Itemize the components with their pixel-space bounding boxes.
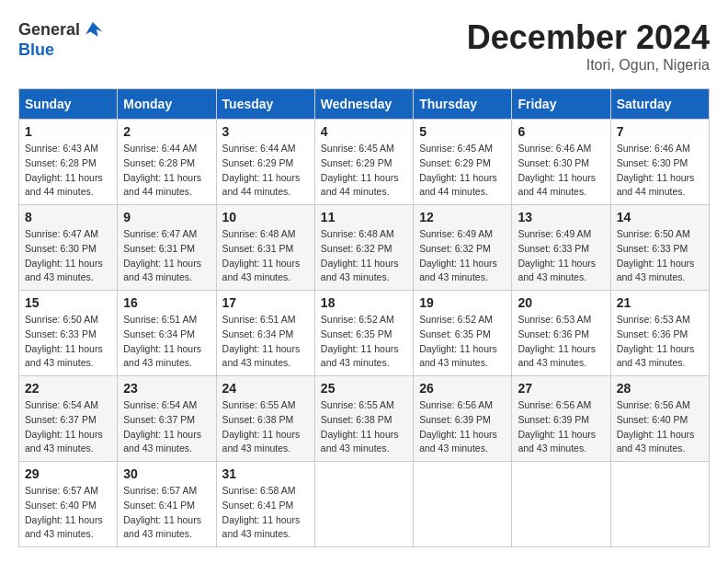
table-row: 15 Sunrise: 6:50 AM Sunset: 6:33 PM Dayl… xyxy=(19,291,118,376)
table-row: 5 Sunrise: 6:45 AM Sunset: 6:29 PM Dayli… xyxy=(414,120,512,205)
page-header: General Blue December 2024 Itori, Ogun, … xyxy=(18,18,710,74)
table-row: 17 Sunrise: 6:51 AM Sunset: 6:34 PM Dayl… xyxy=(216,291,314,376)
day-number: 15 xyxy=(25,295,111,310)
day-number: 13 xyxy=(518,210,604,224)
table-row: 6 Sunrise: 6:46 AM Sunset: 6:30 PM Dayli… xyxy=(512,120,610,205)
col-monday: Monday xyxy=(118,89,216,120)
table-row: 30 Sunrise: 6:57 AM Sunset: 6:41 PM Dayl… xyxy=(118,462,216,547)
day-number: 4 xyxy=(321,124,407,139)
day-number: 22 xyxy=(25,381,111,396)
day-number: 6 xyxy=(518,124,604,139)
table-row: 29 Sunrise: 6:57 AM Sunset: 6:40 PM Dayl… xyxy=(19,462,118,547)
day-info: Sunrise: 6:54 AM Sunset: 6:37 PM Dayligh… xyxy=(123,398,210,456)
calendar-row: 1 Sunrise: 6:43 AM Sunset: 6:28 PM Dayli… xyxy=(19,120,710,205)
day-info: Sunrise: 6:49 AM Sunset: 6:33 PM Dayligh… xyxy=(518,227,604,285)
calendar-row: 29 Sunrise: 6:57 AM Sunset: 6:40 PM Dayl… xyxy=(19,462,710,547)
day-info: Sunrise: 6:48 AM Sunset: 6:32 PM Dayligh… xyxy=(321,227,407,285)
table-row: 24 Sunrise: 6:55 AM Sunset: 6:38 PM Dayl… xyxy=(216,376,314,462)
day-number: 23 xyxy=(123,381,210,396)
day-number: 27 xyxy=(518,381,604,396)
day-number: 17 xyxy=(222,295,309,310)
day-info: Sunrise: 6:49 AM Sunset: 6:32 PM Dayligh… xyxy=(419,227,506,285)
day-info: Sunrise: 6:46 AM Sunset: 6:30 PM Dayligh… xyxy=(518,142,604,200)
table-row: 3 Sunrise: 6:44 AM Sunset: 6:29 PM Dayli… xyxy=(216,120,314,205)
month-title: December 2024 xyxy=(467,18,710,57)
table-row: 22 Sunrise: 6:54 AM Sunset: 6:37 PM Dayl… xyxy=(19,376,118,462)
table-row xyxy=(512,462,610,547)
day-number: 28 xyxy=(617,381,703,396)
day-number: 14 xyxy=(617,210,703,224)
day-info: Sunrise: 6:57 AM Sunset: 6:41 PM Dayligh… xyxy=(123,484,210,542)
logo: General Blue xyxy=(18,18,104,60)
day-info: Sunrise: 6:53 AM Sunset: 6:36 PM Dayligh… xyxy=(518,313,604,371)
day-info: Sunrise: 6:56 AM Sunset: 6:39 PM Dayligh… xyxy=(419,398,506,456)
table-row: 25 Sunrise: 6:55 AM Sunset: 6:38 PM Dayl… xyxy=(314,376,413,462)
table-row: 1 Sunrise: 6:43 AM Sunset: 6:28 PM Dayli… xyxy=(19,120,118,205)
logo-blue-text: Blue xyxy=(18,40,54,60)
day-number: 16 xyxy=(123,295,210,310)
table-row: 14 Sunrise: 6:50 AM Sunset: 6:33 PM Dayl… xyxy=(610,205,709,291)
table-row: 20 Sunrise: 6:53 AM Sunset: 6:36 PM Dayl… xyxy=(512,291,610,376)
col-tuesday: Tuesday xyxy=(216,89,314,120)
day-number: 19 xyxy=(419,295,506,310)
table-row: 8 Sunrise: 6:47 AM Sunset: 6:30 PM Dayli… xyxy=(19,205,118,291)
day-number: 1 xyxy=(25,124,111,139)
table-row: 7 Sunrise: 6:46 AM Sunset: 6:30 PM Dayli… xyxy=(610,120,709,205)
day-info: Sunrise: 6:56 AM Sunset: 6:40 PM Dayligh… xyxy=(617,398,703,456)
svg-marker-0 xyxy=(85,22,102,37)
day-number: 7 xyxy=(617,124,703,139)
day-info: Sunrise: 6:57 AM Sunset: 6:40 PM Dayligh… xyxy=(25,484,111,542)
day-info: Sunrise: 6:52 AM Sunset: 6:35 PM Dayligh… xyxy=(321,313,407,371)
table-row: 27 Sunrise: 6:56 AM Sunset: 6:39 PM Dayl… xyxy=(512,376,610,462)
day-number: 9 xyxy=(123,210,210,224)
logo-general-text: General xyxy=(18,20,80,40)
day-number: 30 xyxy=(123,466,210,481)
table-row: 2 Sunrise: 6:44 AM Sunset: 6:28 PM Dayli… xyxy=(118,120,216,205)
day-number: 26 xyxy=(419,381,506,396)
day-info: Sunrise: 6:43 AM Sunset: 6:28 PM Dayligh… xyxy=(25,142,111,200)
day-info: Sunrise: 6:55 AM Sunset: 6:38 PM Dayligh… xyxy=(222,398,309,456)
day-number: 3 xyxy=(222,124,309,139)
day-info: Sunrise: 6:44 AM Sunset: 6:28 PM Dayligh… xyxy=(123,142,210,200)
day-info: Sunrise: 6:53 AM Sunset: 6:36 PM Dayligh… xyxy=(617,313,703,371)
day-number: 24 xyxy=(222,381,309,396)
day-info: Sunrise: 6:46 AM Sunset: 6:30 PM Dayligh… xyxy=(617,142,703,200)
table-row: 28 Sunrise: 6:56 AM Sunset: 6:40 PM Dayl… xyxy=(610,376,709,462)
day-info: Sunrise: 6:44 AM Sunset: 6:29 PM Dayligh… xyxy=(222,142,309,200)
day-info: Sunrise: 6:47 AM Sunset: 6:31 PM Dayligh… xyxy=(123,227,210,285)
day-info: Sunrise: 6:50 AM Sunset: 6:33 PM Dayligh… xyxy=(617,227,703,285)
table-row: 31 Sunrise: 6:58 AM Sunset: 6:41 PM Dayl… xyxy=(216,462,314,547)
table-row: 11 Sunrise: 6:48 AM Sunset: 6:32 PM Dayl… xyxy=(314,205,413,291)
day-info: Sunrise: 6:52 AM Sunset: 6:35 PM Dayligh… xyxy=(419,313,506,371)
day-number: 18 xyxy=(321,295,407,310)
table-row: 26 Sunrise: 6:56 AM Sunset: 6:39 PM Dayl… xyxy=(414,376,512,462)
table-row: 23 Sunrise: 6:54 AM Sunset: 6:37 PM Dayl… xyxy=(118,376,216,462)
day-info: Sunrise: 6:51 AM Sunset: 6:34 PM Dayligh… xyxy=(222,313,309,371)
calendar-table: Sunday Monday Tuesday Wednesday Thursday… xyxy=(18,88,710,547)
day-info: Sunrise: 6:51 AM Sunset: 6:34 PM Dayligh… xyxy=(123,313,210,371)
day-info: Sunrise: 6:50 AM Sunset: 6:33 PM Dayligh… xyxy=(25,313,111,371)
day-info: Sunrise: 6:55 AM Sunset: 6:38 PM Dayligh… xyxy=(321,398,407,456)
day-info: Sunrise: 6:56 AM Sunset: 6:39 PM Dayligh… xyxy=(518,398,604,456)
title-section: December 2024 Itori, Ogun, Nigeria xyxy=(467,18,710,74)
day-info: Sunrise: 6:48 AM Sunset: 6:31 PM Dayligh… xyxy=(222,227,309,285)
col-saturday: Saturday xyxy=(610,89,709,120)
calendar-header-row: Sunday Monday Tuesday Wednesday Thursday… xyxy=(19,89,710,120)
logo-bird-icon xyxy=(82,18,104,40)
table-row xyxy=(314,462,413,547)
day-number: 10 xyxy=(222,210,309,224)
day-number: 5 xyxy=(419,124,506,139)
table-row xyxy=(414,462,512,547)
table-row: 19 Sunrise: 6:52 AM Sunset: 6:35 PM Dayl… xyxy=(414,291,512,376)
day-number: 31 xyxy=(222,466,309,481)
calendar-row: 15 Sunrise: 6:50 AM Sunset: 6:33 PM Dayl… xyxy=(19,291,710,376)
col-wednesday: Wednesday xyxy=(314,89,413,120)
table-row: 21 Sunrise: 6:53 AM Sunset: 6:36 PM Dayl… xyxy=(610,291,709,376)
table-row: 16 Sunrise: 6:51 AM Sunset: 6:34 PM Dayl… xyxy=(118,291,216,376)
table-row: 12 Sunrise: 6:49 AM Sunset: 6:32 PM Dayl… xyxy=(414,205,512,291)
day-number: 8 xyxy=(25,210,111,224)
col-thursday: Thursday xyxy=(414,89,512,120)
calendar-row: 8 Sunrise: 6:47 AM Sunset: 6:30 PM Dayli… xyxy=(19,205,710,291)
col-sunday: Sunday xyxy=(19,89,118,120)
day-info: Sunrise: 6:47 AM Sunset: 6:30 PM Dayligh… xyxy=(25,227,111,285)
